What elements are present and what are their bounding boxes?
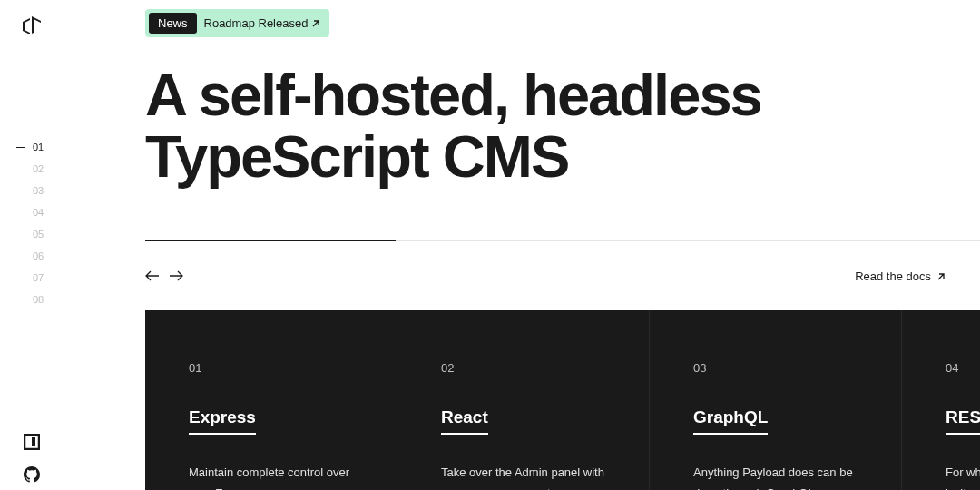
page-indicators: 01 02 03 04 05 06 07 08 bbox=[16, 142, 44, 305]
card-graphql[interactable]: 03 GraphQL Anything Payload does can be … bbox=[650, 310, 902, 491]
feature-cards: 01 Express Maintain complete control ove… bbox=[145, 310, 980, 491]
card-express[interactable]: 01 Express Maintain complete control ove… bbox=[145, 310, 397, 491]
news-text: Roadmap Released bbox=[204, 16, 321, 30]
progress-track bbox=[145, 240, 980, 241]
next-arrow[interactable] bbox=[169, 269, 183, 285]
prev-arrow[interactable] bbox=[145, 269, 160, 285]
page-indicator-04[interactable]: 04 bbox=[16, 207, 44, 218]
hero-title: A self-hosted, headless TypeScript CMS bbox=[145, 64, 980, 189]
logo[interactable] bbox=[23, 16, 41, 40]
news-pill: News bbox=[149, 13, 197, 34]
svg-rect-1 bbox=[32, 437, 35, 446]
card-react[interactable]: 02 React Take over the Admin panel with … bbox=[397, 310, 650, 491]
docs-link[interactable]: Read the docs bbox=[855, 270, 946, 283]
page-indicator-08[interactable]: 08 bbox=[16, 294, 44, 305]
arrow-up-right-icon bbox=[936, 272, 946, 281]
card-rest[interactable]: 04 REST For when GraphQL isn't your thin… bbox=[902, 310, 980, 491]
page-indicator-03[interactable]: 03 bbox=[16, 185, 44, 196]
page-indicator-02[interactable]: 02 bbox=[16, 163, 44, 174]
npm-icon[interactable] bbox=[24, 434, 40, 450]
progress-bar bbox=[145, 240, 396, 241]
page-indicator-07[interactable]: 07 bbox=[16, 272, 44, 283]
page-indicator-01[interactable]: 01 bbox=[16, 142, 44, 152]
news-badge[interactable]: News Roadmap Released bbox=[145, 9, 329, 37]
page-indicator-06[interactable]: 06 bbox=[16, 250, 44, 261]
arrow-up-right-icon bbox=[311, 19, 320, 28]
github-icon[interactable] bbox=[24, 466, 40, 483]
page-indicator-05[interactable]: 05 bbox=[16, 229, 44, 240]
